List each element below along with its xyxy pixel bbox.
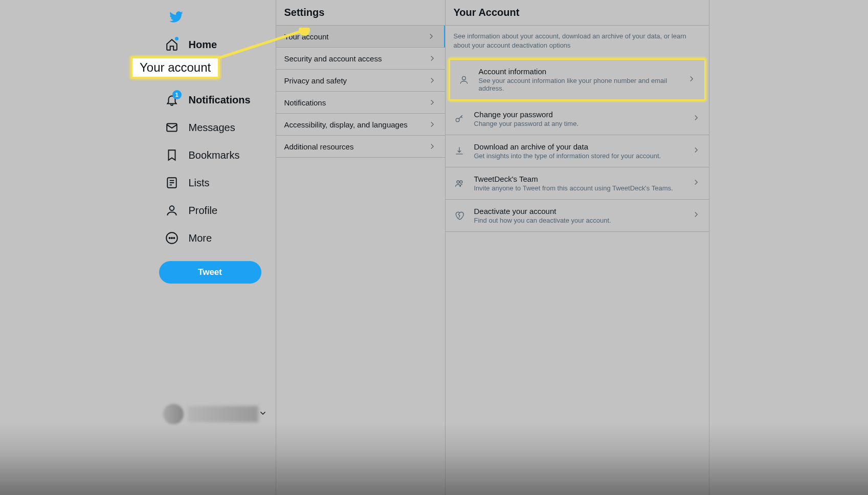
svg-point-13 <box>173 238 174 239</box>
item-subtitle: Invite anyone to Tweet from this account… <box>474 184 692 192</box>
envelope-icon <box>165 121 179 134</box>
settings-security[interactable]: Security and account access <box>276 48 445 70</box>
item-title: Download an archive of your data <box>474 142 692 151</box>
svg-line-2 <box>169 67 170 77</box>
download-archive-item[interactable]: Download an archive of your data Get ins… <box>446 135 709 167</box>
tweet-button[interactable]: Tweet <box>159 261 261 284</box>
user-icon <box>458 74 470 85</box>
change-password-item[interactable]: Change your password Change your passwor… <box>446 103 709 135</box>
chevron-right-icon <box>692 210 701 221</box>
hash-icon <box>165 66 179 79</box>
settings-privacy[interactable]: Privacy and safety <box>276 70 445 92</box>
chevron-down-icon <box>258 408 268 420</box>
team-icon <box>454 178 465 189</box>
item-subtitle: Change your password at any time. <box>474 120 692 127</box>
chevron-right-icon <box>692 178 701 189</box>
bookmark-icon <box>165 148 179 162</box>
item-title: Change your password <box>474 110 692 119</box>
nav-explore[interactable] <box>159 59 276 85</box>
bottom-gradient <box>0 423 868 495</box>
account-information-item[interactable]: Account information See your account inf… <box>449 58 706 101</box>
settings-item-label: Your account <box>284 32 329 41</box>
download-icon <box>454 145 465 157</box>
home-icon <box>165 38 179 51</box>
item-subtitle: Get insights into the type of informatio… <box>474 152 692 160</box>
chevron-right-icon <box>692 145 701 157</box>
your-account-title: Your Account <box>446 0 709 26</box>
svg-point-17 <box>459 181 462 183</box>
nav-more-label: More <box>189 232 212 244</box>
settings-item-label: Accessibility, display, and languages <box>284 120 408 129</box>
bell-icon: 1 <box>165 93 179 106</box>
nav-home-label: Home <box>189 39 217 51</box>
svg-point-16 <box>457 181 459 183</box>
item-title: Account information <box>479 67 687 76</box>
nav-bookmarks-label: Bookmarks <box>189 149 240 161</box>
chevron-right-icon <box>428 142 437 151</box>
nav-messages[interactable]: Messages <box>159 115 276 140</box>
settings-notifications[interactable]: Notifications <box>276 92 445 114</box>
svg-point-12 <box>171 238 172 239</box>
more-icon <box>165 231 179 245</box>
settings-additional[interactable]: Additional resources <box>276 136 445 158</box>
svg-line-3 <box>173 67 174 77</box>
chevron-right-icon <box>428 54 437 63</box>
list-icon <box>165 176 179 189</box>
chevron-right-icon <box>692 113 701 124</box>
settings-accessibility[interactable]: Accessibility, display, and languages <box>276 114 445 136</box>
settings-your-account[interactable]: Your account <box>276 26 445 48</box>
account-info-blurred <box>188 406 258 422</box>
settings-item-label: Notifications <box>284 98 326 107</box>
settings-item-label: Additional resources <box>284 142 354 151</box>
heartbreak-icon <box>454 210 465 221</box>
nav-profile[interactable]: Profile <box>159 198 276 223</box>
chevron-right-icon <box>428 120 437 129</box>
chevron-right-icon <box>687 74 696 85</box>
item-subtitle: See your account information like your p… <box>479 77 687 92</box>
nav-profile-label: Profile <box>189 205 218 217</box>
avatar <box>163 404 184 424</box>
chevron-right-icon <box>428 76 437 85</box>
twitter-logo[interactable] <box>163 4 189 30</box>
svg-point-11 <box>169 238 170 239</box>
nav-messages-label: Messages <box>189 122 235 134</box>
chevron-right-icon <box>428 98 437 107</box>
svg-point-15 <box>456 119 459 122</box>
deactivate-account-item[interactable]: Deactivate your account Find out how you… <box>446 200 709 232</box>
item-subtitle: Find out how you can deactivate your acc… <box>474 217 692 224</box>
notification-badge: 1 <box>172 90 182 99</box>
nav-home[interactable]: Home <box>159 32 276 57</box>
nav-lists[interactable]: Lists <box>159 170 276 196</box>
settings-item-label: Security and account access <box>284 54 382 63</box>
svg-point-9 <box>169 206 174 210</box>
item-title: TweetDeck's Team <box>474 175 692 183</box>
nav-notifications[interactable]: 1 Notifications <box>159 87 276 113</box>
tweetdeck-team-item[interactable]: TweetDeck's Team Invite anyone to Tweet … <box>446 167 709 200</box>
key-icon <box>454 113 465 124</box>
settings-title: Settings <box>276 0 445 26</box>
nav-bookmarks[interactable]: Bookmarks <box>159 142 276 168</box>
nav-notifications-label: Notifications <box>189 94 251 106</box>
profile-icon <box>165 204 179 217</box>
item-title: Deactivate your account <box>474 207 692 216</box>
svg-point-14 <box>462 76 465 80</box>
nav-lists-label: Lists <box>189 177 210 189</box>
chevron-right-icon <box>427 32 436 41</box>
nav-more[interactable]: More <box>159 225 276 251</box>
your-account-description: See information about your account, down… <box>446 26 709 56</box>
settings-item-label: Privacy and safety <box>284 76 347 85</box>
